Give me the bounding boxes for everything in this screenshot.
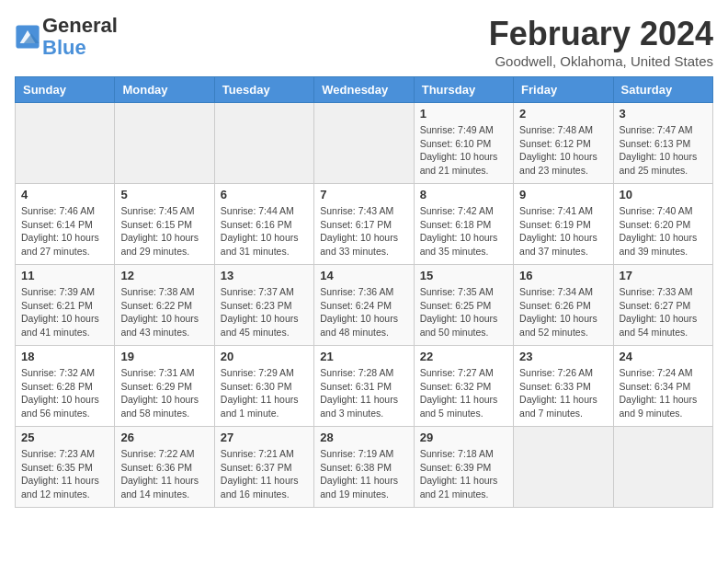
day-info: Sunrise: 7:24 AMSunset: 6:34 PMDaylight:… (620, 366, 707, 420)
logo-line2: Blue (42, 37, 118, 59)
day-info: Sunrise: 7:46 AMSunset: 6:14 PMDaylight:… (21, 204, 108, 259)
calendar-cell: 4Sunrise: 7:46 AMSunset: 6:14 PMDaylight… (16, 184, 115, 265)
calendar-header: SundayMondayTuesdayWednesdayThursdayFrid… (16, 77, 713, 103)
calendar-cell: 21Sunrise: 7:28 AMSunset: 6:31 PMDayligh… (314, 346, 414, 427)
calendar-cell: 18Sunrise: 7:32 AMSunset: 6:28 PMDayligh… (16, 346, 115, 427)
day-number: 7 (320, 188, 407, 201)
calendar-week-4: 25Sunrise: 7:23 AMSunset: 6:35 PMDayligh… (16, 427, 713, 508)
weekday-header-thursday: Thursday (414, 77, 513, 103)
weekday-header-saturday: Saturday (613, 77, 712, 103)
calendar-cell: 13Sunrise: 7:37 AMSunset: 6:23 PMDayligh… (214, 265, 313, 346)
calendar-cell: 3Sunrise: 7:47 AMSunset: 6:13 PMDaylight… (613, 103, 712, 184)
day-info: Sunrise: 7:47 AMSunset: 6:13 PMDaylight:… (620, 123, 707, 178)
day-info: Sunrise: 7:18 AMSunset: 6:39 PMDaylight:… (420, 447, 507, 501)
calendar-cell (314, 103, 414, 184)
logo: General Blue (15, 15, 118, 59)
calendar-table: SundayMondayTuesdayWednesdayThursdayFrid… (15, 76, 713, 508)
day-info: Sunrise: 7:23 AMSunset: 6:35 PMDaylight:… (21, 447, 108, 501)
calendar-cell: 11Sunrise: 7:39 AMSunset: 6:21 PMDayligh… (16, 265, 115, 346)
calendar-cell: 15Sunrise: 7:35 AMSunset: 6:25 PMDayligh… (414, 265, 513, 346)
weekday-header-tuesday: Tuesday (214, 77, 313, 103)
day-info: Sunrise: 7:45 AMSunset: 6:15 PMDaylight:… (120, 204, 208, 259)
day-number: 8 (420, 188, 507, 201)
day-number: 25 (21, 431, 108, 444)
day-number: 14 (320, 269, 407, 282)
calendar-cell (613, 427, 712, 508)
day-number: 5 (120, 188, 208, 201)
calendar-cell: 17Sunrise: 7:33 AMSunset: 6:27 PMDayligh… (613, 265, 712, 346)
day-number: 11 (21, 269, 108, 282)
day-info: Sunrise: 7:21 AMSunset: 6:37 PMDaylight:… (221, 447, 308, 501)
day-info: Sunrise: 7:32 AMSunset: 6:28 PMDaylight:… (21, 366, 108, 420)
day-info: Sunrise: 7:29 AMSunset: 6:30 PMDaylight:… (221, 366, 308, 420)
weekday-row: SundayMondayTuesdayWednesdayThursdayFrid… (16, 77, 713, 103)
day-number: 26 (120, 431, 208, 444)
day-number: 17 (620, 269, 707, 282)
calendar-cell (115, 103, 214, 184)
calendar-week-1: 4Sunrise: 7:46 AMSunset: 6:14 PMDaylight… (16, 184, 713, 265)
month-title: February 2024 (489, 15, 713, 53)
day-info: Sunrise: 7:22 AMSunset: 6:36 PMDaylight:… (120, 447, 208, 501)
day-number: 19 (120, 350, 208, 363)
calendar-cell: 22Sunrise: 7:27 AMSunset: 6:32 PMDayligh… (414, 346, 513, 427)
day-info: Sunrise: 7:48 AMSunset: 6:12 PMDaylight:… (519, 123, 607, 178)
day-number: 18 (21, 350, 108, 363)
calendar-cell (16, 103, 115, 184)
weekday-header-sunday: Sunday (16, 77, 115, 103)
day-number: 6 (221, 188, 308, 201)
calendar-cell: 9Sunrise: 7:41 AMSunset: 6:19 PMDaylight… (514, 184, 613, 265)
day-info: Sunrise: 7:40 AMSunset: 6:20 PMDaylight:… (620, 204, 707, 259)
calendar-cell: 8Sunrise: 7:42 AMSunset: 6:18 PMDaylight… (414, 184, 513, 265)
page-header: General Blue February 2024 Goodwell, Okl… (15, 15, 713, 69)
calendar-cell (214, 103, 313, 184)
calendar-cell: 5Sunrise: 7:45 AMSunset: 6:15 PMDaylight… (115, 184, 214, 265)
day-info: Sunrise: 7:44 AMSunset: 6:16 PMDaylight:… (221, 204, 308, 259)
calendar-cell: 29Sunrise: 7:18 AMSunset: 6:39 PMDayligh… (414, 427, 513, 508)
day-info: Sunrise: 7:35 AMSunset: 6:25 PMDaylight:… (420, 285, 507, 339)
day-info: Sunrise: 7:33 AMSunset: 6:27 PMDaylight:… (620, 285, 707, 339)
day-number: 10 (620, 188, 707, 201)
day-number: 9 (519, 188, 607, 201)
calendar-cell: 14Sunrise: 7:36 AMSunset: 6:24 PMDayligh… (314, 265, 414, 346)
calendar-cell: 16Sunrise: 7:34 AMSunset: 6:26 PMDayligh… (514, 265, 613, 346)
calendar-cell: 24Sunrise: 7:24 AMSunset: 6:34 PMDayligh… (613, 346, 712, 427)
day-number: 22 (420, 350, 507, 363)
day-number: 21 (320, 350, 407, 363)
day-info: Sunrise: 7:39 AMSunset: 6:21 PMDaylight:… (21, 285, 108, 339)
calendar-cell: 2Sunrise: 7:48 AMSunset: 6:12 PMDaylight… (514, 103, 613, 184)
calendar-body: 1Sunrise: 7:49 AMSunset: 6:10 PMDaylight… (16, 103, 713, 508)
day-info: Sunrise: 7:19 AMSunset: 6:38 PMDaylight:… (320, 447, 407, 501)
day-info: Sunrise: 7:27 AMSunset: 6:32 PMDaylight:… (420, 366, 507, 420)
logo-icon (15, 24, 40, 50)
day-number: 23 (519, 350, 607, 363)
day-info: Sunrise: 7:36 AMSunset: 6:24 PMDaylight:… (320, 285, 407, 339)
logo-line1: General (42, 15, 118, 37)
day-info: Sunrise: 7:37 AMSunset: 6:23 PMDaylight:… (221, 285, 308, 339)
weekday-header-wednesday: Wednesday (314, 77, 414, 103)
calendar-cell: 19Sunrise: 7:31 AMSunset: 6:29 PMDayligh… (115, 346, 214, 427)
day-number: 2 (519, 107, 607, 121)
day-info: Sunrise: 7:41 AMSunset: 6:19 PMDaylight:… (519, 204, 607, 259)
calendar-cell: 1Sunrise: 7:49 AMSunset: 6:10 PMDaylight… (414, 103, 513, 184)
day-number: 20 (221, 350, 308, 363)
calendar-cell: 28Sunrise: 7:19 AMSunset: 6:38 PMDayligh… (314, 427, 414, 508)
calendar-cell: 25Sunrise: 7:23 AMSunset: 6:35 PMDayligh… (16, 427, 115, 508)
day-info: Sunrise: 7:42 AMSunset: 6:18 PMDaylight:… (420, 204, 507, 259)
day-number: 15 (420, 269, 507, 282)
day-info: Sunrise: 7:31 AMSunset: 6:29 PMDaylight:… (120, 366, 208, 420)
day-info: Sunrise: 7:43 AMSunset: 6:17 PMDaylight:… (320, 204, 407, 259)
calendar-cell: 6Sunrise: 7:44 AMSunset: 6:16 PMDaylight… (214, 184, 313, 265)
day-number: 4 (21, 188, 108, 201)
calendar-cell (514, 427, 613, 508)
calendar-cell: 26Sunrise: 7:22 AMSunset: 6:36 PMDayligh… (115, 427, 214, 508)
day-info: Sunrise: 7:28 AMSunset: 6:31 PMDaylight:… (320, 366, 407, 420)
location: Goodwell, Oklahoma, United States (489, 53, 713, 69)
day-info: Sunrise: 7:38 AMSunset: 6:22 PMDaylight:… (120, 285, 208, 339)
day-number: 24 (620, 350, 707, 363)
day-number: 13 (221, 269, 308, 282)
calendar-cell: 12Sunrise: 7:38 AMSunset: 6:22 PMDayligh… (115, 265, 214, 346)
calendar-cell: 10Sunrise: 7:40 AMSunset: 6:20 PMDayligh… (613, 184, 712, 265)
calendar-cell: 7Sunrise: 7:43 AMSunset: 6:17 PMDaylight… (314, 184, 414, 265)
calendar-week-3: 18Sunrise: 7:32 AMSunset: 6:28 PMDayligh… (16, 346, 713, 427)
day-number: 3 (620, 107, 707, 121)
